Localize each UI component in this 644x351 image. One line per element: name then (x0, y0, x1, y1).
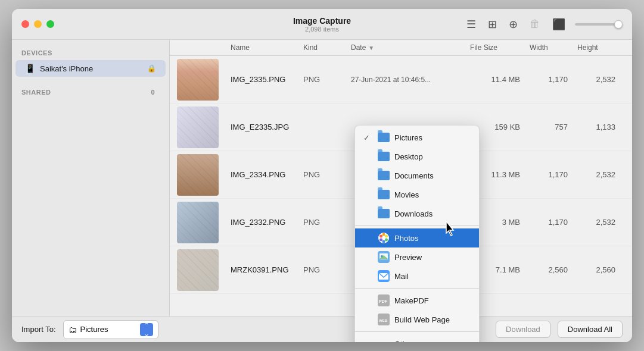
folder-desktop-icon (378, 151, 390, 162)
devices-section-label: DEVICES (12, 47, 169, 60)
minimize-button[interactable] (34, 20, 42, 28)
file-kind: PNG (303, 218, 351, 227)
dropdown-item-movies[interactable]: Movies (355, 185, 479, 204)
dropdown-item-mail[interactable]: Mail (355, 267, 479, 286)
svg-point-3 (385, 239, 388, 242)
download-all-button[interactable]: Download All (558, 321, 623, 338)
col-filesize[interactable]: File Size (470, 43, 530, 52)
dropdown-item-downloads[interactable]: Downloads (355, 204, 479, 223)
maximize-button[interactable] (46, 20, 54, 28)
iphone-icon: 📱 (25, 64, 35, 73)
file-width: 1,170 (530, 218, 577, 227)
folder-downloads-icon (378, 208, 390, 220)
file-width: 1,170 (530, 170, 577, 179)
device-name: Saikat's iPhone (40, 64, 142, 73)
lock-icon: 🔒 (147, 64, 156, 73)
content-area: DEVICES 📱 Saikat's iPhone 🔒 SHARED 0 Nam… (12, 40, 632, 316)
grid-view-icon[interactable]: ⊞ (486, 15, 499, 33)
dropdown-item-makepdf[interactable]: PDF MakePDF (355, 291, 479, 310)
app-title: Image Capture (293, 16, 351, 26)
svg-point-4 (382, 240, 385, 243)
file-kind: PNG (303, 265, 351, 274)
table-row[interactable]: IMG_2335.PNG PNG 27-Jun-2021 at 10:46:5.… (170, 56, 632, 104)
import-dropdown[interactable]: 🗂 Pictures ⌃⌄ (63, 320, 158, 339)
thumbnail (177, 249, 219, 291)
table-header: Name Kind Date ▼ File Size Width Height (170, 40, 632, 56)
item-count: 2,098 items (293, 26, 351, 33)
svg-point-6 (379, 235, 382, 238)
dropdown-arrow-icon: ⌃⌄ (140, 323, 153, 336)
col-name[interactable]: Name (231, 43, 303, 52)
col-kind[interactable]: Kind (303, 43, 351, 52)
file-height: 2,532 (577, 218, 625, 227)
share-icon[interactable]: ⊕ (506, 15, 520, 33)
file-width: 2,560 (530, 265, 577, 274)
dropdown-item-label: MakePDF (394, 296, 471, 305)
shared-section: SHARED 0 (12, 86, 169, 99)
zoom-slider[interactable] (575, 23, 623, 26)
dropdown-item-photos[interactable]: Photos (355, 228, 479, 247)
dropdown-item-label: Other... (394, 340, 471, 343)
col-width[interactable]: Width (530, 43, 577, 52)
dropdown-item-desktop[interactable]: Desktop (355, 147, 479, 166)
delete-icon[interactable]: 🗑 (527, 15, 543, 33)
separator (355, 288, 479, 289)
dropdown-item-pictures[interactable]: ✓ Pictures (355, 128, 479, 147)
thumbnail (177, 202, 219, 243)
svg-point-2 (385, 235, 388, 238)
svg-text:WEB: WEB (379, 319, 388, 322)
file-height: 2,532 (577, 75, 625, 84)
other-icon (378, 338, 390, 342)
separator (355, 331, 479, 332)
photos-app-icon (378, 232, 390, 244)
file-height: 2,560 (577, 265, 625, 274)
file-name: IMG_2334.PNG (231, 170, 303, 179)
mail-app-icon (378, 270, 390, 282)
separator (355, 225, 479, 226)
traffic-lights (21, 20, 54, 28)
check-icon: ✓ (363, 133, 373, 142)
thumbnail (177, 59, 219, 101)
col-height[interactable]: Height (577, 43, 625, 52)
download-button[interactable]: Download (496, 321, 550, 338)
dropdown-item-label: Pictures (394, 133, 471, 142)
sidebar-item-iphone[interactable]: 📱 Saikat's iPhone 🔒 (15, 60, 166, 77)
title-info: Image Capture 2,098 items (293, 16, 351, 33)
close-button[interactable] (21, 20, 29, 28)
buildweb-icon: WEB (378, 314, 390, 325)
preview-app-icon (378, 251, 390, 263)
folder-pictures-icon (378, 131, 390, 143)
list-view-icon[interactable]: ☰ (464, 15, 478, 33)
import-icon[interactable]: ⬛ (550, 15, 568, 33)
dropdown-item-documents[interactable]: Documents (355, 166, 479, 185)
main-window: Image Capture 2,098 items ☰ ⊞ ⊕ 🗑 ⬛ DEVI… (12, 9, 632, 342)
file-size: 11.4 MB (470, 75, 530, 84)
file-width: 1,170 (530, 75, 577, 84)
sort-arrow-icon: ▼ (368, 45, 374, 51)
file-name: MRZK0391.PNG (231, 265, 303, 274)
file-date: 27-Jun-2021 at 10:46:5... (351, 76, 470, 84)
svg-text:PDF: PDF (379, 299, 388, 303)
dropdown-item-preview[interactable]: Preview (355, 247, 479, 267)
dropdown-item-label: Photos (394, 234, 471, 243)
file-name: IMG_2332.PNG (231, 218, 303, 227)
folder-documents-icon (378, 170, 390, 181)
dropdown-item-label: Build Web Page (394, 315, 471, 324)
svg-point-5 (379, 239, 382, 242)
file-kind: PNG (303, 75, 351, 84)
dropdown-item-buildweb[interactable]: WEB Build Web Page (355, 310, 479, 329)
dropdown-item-label: Movies (394, 190, 471, 199)
dropdown-item-label: Mail (394, 272, 471, 281)
makepdf-icon: PDF (378, 294, 390, 306)
dropdown-item-label: Downloads (394, 209, 471, 218)
dropdown-item-other[interactable]: Other... (355, 334, 479, 342)
svg-point-1 (382, 233, 385, 236)
folder-dropdown-menu: ✓ Pictures Desktop Documents (354, 125, 480, 342)
file-height: 2,532 (577, 170, 625, 179)
toolbar-icons: ☰ ⊞ ⊕ 🗑 ⬛ (464, 15, 623, 33)
shared-section-label: SHARED 0 (12, 86, 169, 99)
import-folder-label: Pictures (80, 325, 136, 334)
col-thumb (177, 43, 231, 52)
col-date[interactable]: Date ▼ (351, 43, 470, 52)
folder-movies-icon (378, 189, 390, 200)
